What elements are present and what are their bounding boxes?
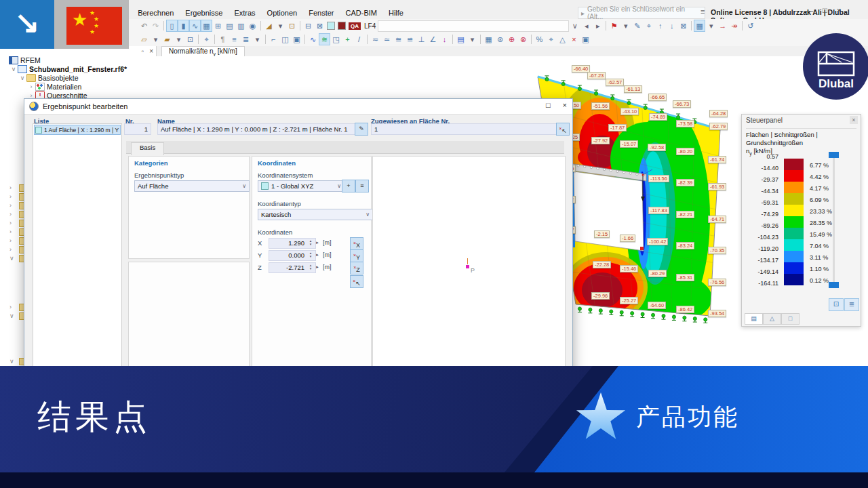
dialog-titlebar[interactable]: Ergebnispunkt bearbeiten □ × (24, 99, 572, 115)
spinner-expand-icon[interactable]: ▸ (315, 253, 320, 256)
coordinate-system-value: 1 - Global XYZ (271, 182, 313, 190)
pick-y-button[interactable]: ×Y (350, 249, 363, 262)
coordinate-system-select[interactable]: 1 - Global XYZ ∨ (258, 180, 344, 192)
result-point-type-label: Ergebnispunkttyp (134, 171, 184, 179)
svg-text:★: ★ (90, 28, 95, 35)
china-flag: ★ ★ ★ ★ ★ (54, 0, 129, 49)
legend-percent-value: 23.33 % (810, 208, 832, 215)
edit-coordinate-system-button[interactable]: ≡ (355, 180, 369, 192)
legend-boundary-value: -44.34 (745, 188, 778, 195)
panel-options-button[interactable]: ⊡ (829, 298, 844, 311)
categories-group: Kategorien Ergebnispunkttyp Auf Fläche ∨ (128, 156, 250, 259)
panel-tab-results[interactable]: ▤ (745, 313, 763, 325)
banner-tagline: 产品功能 (636, 401, 739, 433)
list-item-1[interactable]: 1 Auf Fläche | X : 1.290 m | Y : 0.00 (34, 125, 121, 135)
dialog-close-button[interactable]: × (563, 101, 567, 109)
legend-slider-handle-bottom[interactable] (829, 282, 839, 288)
color-scale-legend: 0.57-14.40-29.37-44.34-59.31-74.29-89.26… (742, 115, 861, 326)
legend-color-band (784, 274, 804, 285)
nr-field[interactable]: 1 (124, 123, 151, 135)
chevron-down-icon: ∨ (242, 183, 246, 189)
name-field[interactable]: Auf Fläche | X : 1.290 m | Y : 0.000 m |… (157, 123, 358, 135)
list-item-text: 1 Auf Fläche | X : 1.290 m | Y : 0.00 (44, 127, 121, 134)
legend-boundary-value: -134.17 (745, 257, 778, 264)
legend-percent-value: 4.42 % (810, 174, 829, 180)
dialog-maximize-button[interactable]: □ (546, 101, 551, 109)
legend-percent-value: 3.11 % (810, 254, 828, 261)
panel-tab-filter[interactable]: □ (781, 313, 800, 325)
panel-settings-button[interactable]: ≣ (844, 298, 859, 311)
legend-color-band (784, 182, 804, 193)
coordinate-type-value: Kartesisch (261, 211, 291, 218)
legend-slider-handle-top[interactable] (829, 152, 839, 158)
coord-axis-label-z: Z (258, 264, 262, 271)
pick-x-button[interactable]: ×X (350, 237, 363, 250)
banner-title: 结果点 (37, 394, 151, 440)
legend-color-band (784, 193, 804, 205)
dialog-title: Ergebnispunkt bearbeiten (43, 102, 127, 110)
spinner-arrows[interactable]: ▴ ▾ (308, 264, 313, 270)
legend-color-band (784, 251, 804, 262)
legend-color-band (784, 205, 804, 216)
legend-color-band (784, 239, 804, 251)
coordinates-label: Koordinaten (258, 228, 292, 236)
point-preview-panel[interactable]: P (372, 156, 566, 378)
svg-text:★: ★ (94, 16, 99, 22)
coord-unit-z: [m] (323, 264, 332, 270)
coordinates-title: Koordinaten (258, 159, 296, 167)
pick-icon: ↖ (355, 280, 361, 287)
legend-percent-value: 28.35 % (810, 220, 832, 226)
cursor-overlay: ↘ (0, 0, 54, 49)
pick-z-button[interactable]: ×Z (350, 262, 363, 274)
legend-percent-value: 7.04 % (810, 243, 829, 249)
legend-boundary-value: 0.57 (745, 153, 778, 160)
list-item-swatch (35, 127, 42, 134)
empty-group (128, 262, 250, 377)
coordinate-type-select[interactable]: Kartesisch ∨ (258, 209, 373, 220)
legend-color-band (784, 216, 804, 228)
legend-boundary-value: -14.40 (745, 165, 778, 171)
legend-boundary-value: -164.11 (745, 280, 778, 287)
legend-boundary-value: -89.26 (745, 222, 778, 229)
legend-slider-track[interactable] (833, 158, 835, 288)
dialog-tabstrip: Basis (126, 141, 564, 154)
spinner-arrows[interactable]: ▴ ▾ (308, 239, 313, 246)
point-label: P (471, 267, 475, 274)
assigned-pick-button[interactable]: ×↖ (556, 123, 570, 136)
point-tick (467, 258, 468, 264)
spinner-expand-icon[interactable]: ▸ (315, 265, 320, 268)
spinner-expand-icon[interactable]: ▸ (315, 241, 320, 244)
categories-title: Kategorien (134, 159, 168, 167)
result-point-list[interactable]: 1 Auf Fläche | X : 1.290 m | Y : 0.00 (33, 123, 122, 369)
name-edit-button[interactable]: ✎ (355, 123, 368, 136)
legend-percent-value: 0.12 % (810, 277, 829, 284)
result-point-type-select[interactable]: Auf Fläche ∨ (134, 180, 250, 192)
legend-percent-value: 15.49 % (810, 231, 832, 238)
legend-color-band (784, 262, 804, 274)
legend-color-band (784, 170, 804, 182)
legend-boundary-value: -149.14 (745, 268, 778, 275)
bottom-banner: 结果点 产品功能 (0, 366, 868, 488)
cs-color-swatch (261, 182, 269, 190)
chevron-down-icon: ∨ (337, 183, 341, 189)
pick-x-mark: × (353, 253, 356, 258)
flag-overlay: ★ ★ ★ ★ ★ (54, 0, 129, 49)
legend-boundary-value: -104.23 (745, 234, 778, 241)
dialog-icon (29, 102, 39, 111)
legend-percent-value: 6.77 % (810, 162, 829, 169)
spinner-arrows[interactable]: ▴ ▾ (308, 251, 313, 258)
tab-basis[interactable]: Basis (131, 142, 164, 155)
app-window: nBerechnenErgebnisseExtrasOptionenFenste… (0, 0, 868, 488)
assigned-surface-field[interactable]: 1 (371, 123, 559, 135)
flag-big-star: ★ (72, 9, 87, 30)
coordinate-system-label: Koordinatensystem (258, 171, 313, 179)
chevron-down-icon: ∨ (366, 211, 370, 218)
steuerpanel: Steuerpanel × Flächen | Schnittgrößen | … (741, 114, 861, 327)
result-point-marker (466, 265, 469, 268)
panel-tab-factors[interactable]: △ (763, 313, 781, 325)
pick-point-button[interactable]: ×↖ (350, 275, 363, 288)
legend-color-band (784, 228, 804, 239)
coordinate-type-label: Koordinatentyp (258, 200, 301, 207)
new-coordinate-system-button[interactable]: + (342, 180, 355, 192)
legend-boundary-value: -119.20 (745, 245, 778, 252)
